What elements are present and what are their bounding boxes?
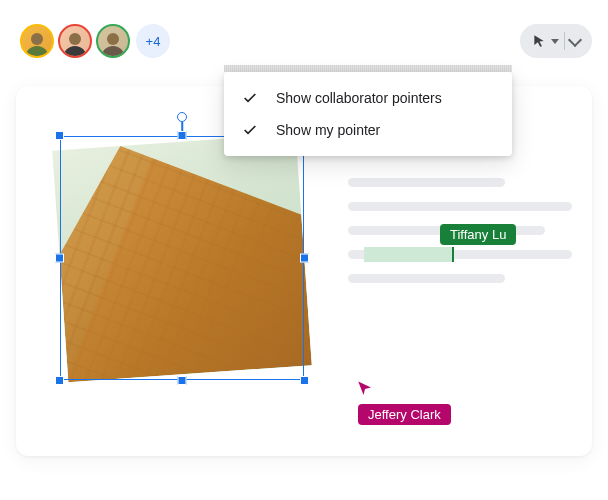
resize-handle[interactable] [178,131,187,140]
menu-item-label: Show collaborator pointers [276,90,442,106]
avatar[interactable] [20,24,54,58]
collaborator-name-badge: Tiffany Lu [440,224,516,245]
resize-handle[interactable] [300,376,309,385]
selection-frame [60,136,304,380]
pointer-options-menu: Show collaborator pointers Show my point… [224,72,512,156]
chevron-down-icon [568,32,582,46]
collaborator-selection [364,247,454,262]
collaborator-cursor-label: Tiffany Lu [440,224,516,245]
pointer-icon [356,380,374,398]
resize-handle[interactable] [178,376,187,385]
avatar[interactable] [96,24,130,58]
resize-handle[interactable] [55,131,64,140]
collaborator-avatars: +4 [20,24,170,58]
rotation-handle[interactable] [177,112,187,122]
resize-handle[interactable] [55,376,64,385]
cursor-icon [532,34,546,48]
selected-image[interactable] [60,136,304,380]
text-line [348,202,572,211]
collaborator-name-badge: Jeffery Clark [358,404,451,425]
check-icon [242,122,258,138]
collaborator-pointer: Jeffery Clark [358,380,451,425]
text-line [348,178,505,187]
menu-item-show-collaborator-pointers[interactable]: Show collaborator pointers [224,82,512,114]
resize-handle[interactable] [55,254,64,263]
menu-item-label: Show my pointer [276,122,380,138]
more-collaborators-badge[interactable]: +4 [136,24,170,58]
resize-handle[interactable] [300,254,309,263]
caret-down-icon [551,39,559,44]
divider [564,32,565,50]
avatar[interactable] [58,24,92,58]
check-icon [242,90,258,106]
text-line [348,274,505,283]
menu-item-show-my-pointer[interactable]: Show my pointer [224,114,512,146]
tool-selector[interactable] [520,24,592,58]
